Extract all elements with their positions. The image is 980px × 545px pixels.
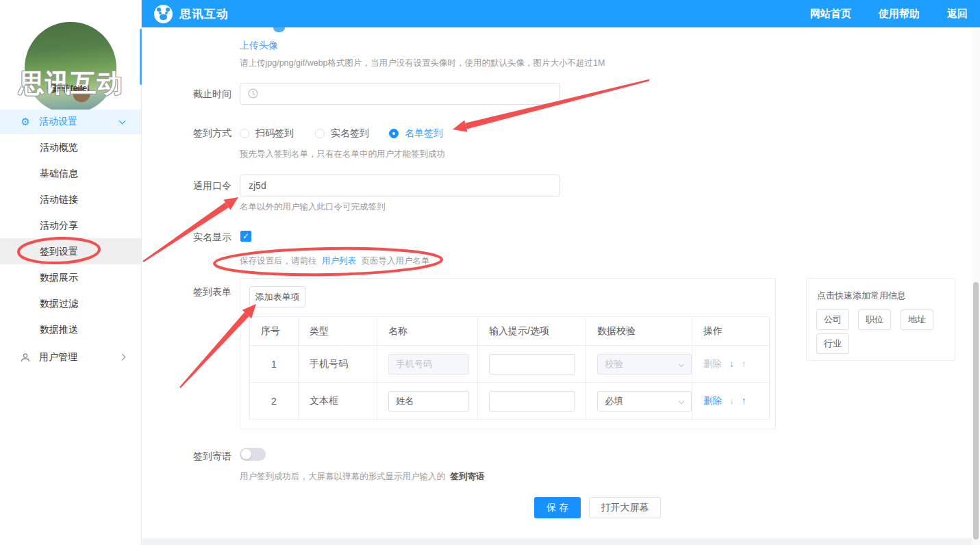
sidebar-group-activity-settings[interactable]: ⚙ 活动设置	[0, 110, 141, 134]
gear-icon: ⚙	[19, 116, 32, 128]
user-icon	[19, 352, 32, 363]
quick-add-address-button[interactable]: 地址	[901, 309, 933, 330]
realname-hint: 保存设置后，请前往 用户列表 页面导入用户名单	[240, 255, 429, 267]
row-no: 2	[250, 383, 299, 420]
move-up-icon: ↑	[742, 359, 746, 369]
col-header-name: 名称	[377, 317, 478, 346]
toggle-knob	[241, 449, 251, 459]
realname-checkbox[interactable]: ✓	[240, 231, 251, 242]
brand: 思讯互动	[154, 5, 229, 23]
brand-name: 思讯互动	[179, 6, 229, 22]
col-header-validate: 数据校验	[586, 317, 692, 346]
chevron-right-icon	[119, 354, 126, 361]
sidebar-item-signin-settings[interactable]: 签到设置	[0, 238, 141, 264]
content-bottom-edge	[142, 538, 980, 545]
user-list-link[interactable]: 用户列表	[322, 256, 356, 266]
sidebar-group-label: 活动设置	[39, 116, 77, 128]
username: 菲菲feifei	[0, 82, 142, 94]
nav-back[interactable]: 返回	[947, 8, 968, 21]
message-toggle-off[interactable]	[240, 448, 266, 461]
form-section-label: 签到表单	[163, 286, 231, 299]
radio-selected-icon	[389, 129, 399, 138]
quick-add-industry-button[interactable]: 行业	[816, 333, 849, 354]
chevron-down-icon	[679, 398, 684, 403]
col-header-hint: 输入提示/选项	[478, 317, 586, 346]
quick-add-company-button[interactable]: 公司	[816, 309, 849, 330]
radio-icon	[315, 129, 325, 138]
field-hint-input[interactable]	[489, 354, 575, 375]
nav-help[interactable]: 使用帮助	[879, 8, 920, 21]
sidebar-item-activity-overview[interactable]: 活动概览	[0, 134, 141, 160]
sidebar-item-data-filter[interactable]: 数据过滤	[0, 290, 141, 316]
radio-icon	[240, 129, 249, 138]
field-name-input-disabled	[388, 354, 469, 375]
deadline-input[interactable]	[240, 83, 560, 105]
nav-site-home[interactable]: 网站首页	[810, 8, 851, 21]
validate-select-disabled: 校验	[597, 354, 692, 375]
message-hint: 用户签到成功后，大屏幕以弹幕的形式显示用户输入的 签到寄语	[240, 471, 484, 483]
row-no: 1	[250, 346, 299, 383]
message-label: 签到寄语	[163, 451, 231, 463]
passcode-hint: 名单以外的用户输入此口令可完成签到	[240, 201, 386, 213]
bear-logo-icon	[154, 5, 173, 23]
sign-method-label: 签到方式	[163, 127, 231, 140]
sign-method-hint: 预先导入签到名单，只有在名单中的用户才能签到成功	[240, 149, 445, 160]
upload-hint: 请上传jpg/png/gif/webp格式图片，当用户没有设置头像时，使用的默认…	[240, 58, 605, 69]
sidebar-item-data-push[interactable]: 数据推送	[0, 316, 141, 342]
clock-icon	[248, 88, 258, 101]
radio-scan-signin[interactable]: 扫码签到	[240, 127, 294, 140]
check-icon: ✓	[242, 231, 249, 241]
sidebar-group-label: 用户管理	[39, 351, 77, 364]
open-big-screen-button[interactable]: 打开大屏幕	[589, 497, 661, 518]
save-button[interactable]: 保 存	[534, 497, 581, 518]
sidebar-item-basic-info[interactable]: 基础信息	[0, 160, 141, 186]
field-hint-input[interactable]	[489, 391, 575, 411]
field-name-input[interactable]	[388, 391, 469, 411]
col-header-ops: 操作	[692, 317, 769, 346]
quick-add-position-button[interactable]: 职位	[858, 309, 891, 330]
sidebar-item-data-display[interactable]: 数据展示	[0, 264, 141, 290]
move-down-icon[interactable]: ↓	[729, 359, 734, 369]
chevron-down-icon	[679, 361, 684, 366]
move-up-icon[interactable]: ↑	[742, 396, 746, 406]
scrollbar-thumb[interactable]	[973, 282, 979, 540]
radio-list-signin[interactable]: 名单签到	[389, 127, 443, 140]
upload-avatar-link[interactable]: 上传头像	[240, 40, 278, 52]
row-type: 文本框	[299, 383, 377, 420]
add-form-item-button[interactable]: 添加表单项	[249, 286, 305, 307]
sidebar-item-activity-link[interactable]: 活动链接	[0, 186, 141, 212]
sidebar: 思讯互动 菲菲feifei ⚙ 活动设置 活动概览 基础信息 活动链接 活动分享…	[0, 0, 142, 545]
quick-add-title: 点击快速添加常用信息	[817, 290, 906, 302]
top-nav: 网站首页 使用帮助 返回	[810, 8, 968, 21]
passcode-label: 通用口令	[163, 180, 231, 192]
delete-button-disabled: 删除	[703, 358, 722, 370]
realname-label: 实名显示	[163, 231, 231, 244]
sidebar-menu: ⚙ 活动设置 活动概览 基础信息 活动链接 活动分享 签到设置 数据展示 数据过…	[0, 110, 141, 370]
col-header-no: 序号	[250, 317, 299, 346]
col-header-type: 类型	[299, 317, 377, 346]
sidebar-group-user-management[interactable]: 用户管理	[0, 344, 141, 370]
chevron-down-icon	[119, 118, 126, 125]
sidebar-scrollbar-thumb[interactable]	[140, 29, 142, 85]
deadline-label: 截止时间	[163, 88, 231, 101]
radio-realname-signin[interactable]: 实名签到	[315, 127, 369, 140]
move-down-icon: ↓	[729, 396, 734, 406]
sidebar-item-activity-share[interactable]: 活动分享	[0, 212, 141, 238]
top-bar: 思讯互动 网站首页 使用帮助 返回	[142, 0, 980, 27]
row-type: 手机号码	[299, 346, 377, 383]
passcode-input[interactable]	[240, 175, 560, 197]
validate-select[interactable]: 必填	[597, 391, 692, 411]
delete-button[interactable]: 删除	[703, 395, 722, 407]
signin-form-table: 序号 类型 名称 输入提示/选项 数据校验 操作 1 手机号码 校验 删除 ↓ …	[249, 316, 770, 420]
